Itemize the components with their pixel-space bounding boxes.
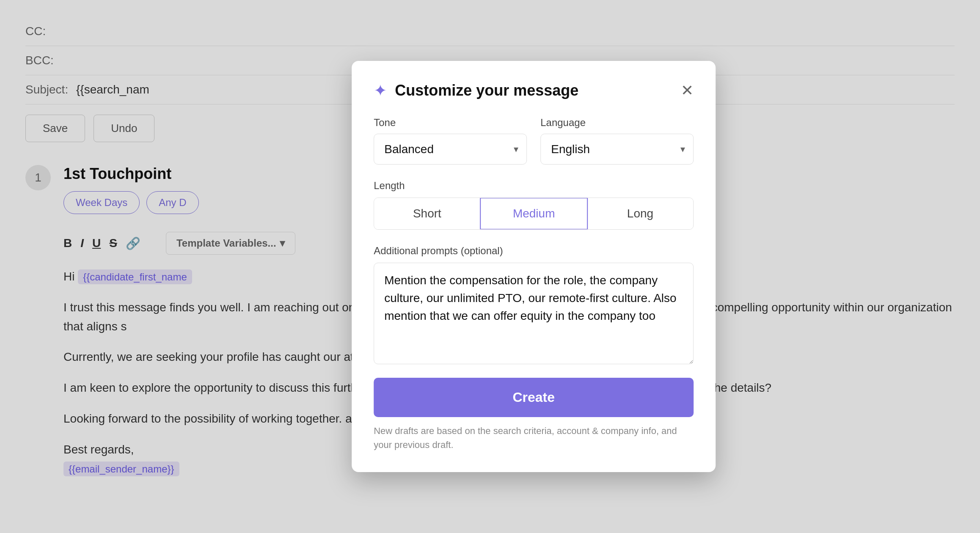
modal-title-area: ✦ Customize your message — [374, 81, 578, 100]
length-medium-button[interactable]: Medium — [480, 198, 588, 230]
tone-select-wrapper: Balanced Formal Casual Friendly — [374, 134, 527, 165]
modal-title: Customize your message — [395, 82, 578, 99]
prompts-label: Additional prompts (optional) — [374, 245, 694, 257]
length-short-button[interactable]: Short — [374, 198, 480, 229]
close-button[interactable]: ✕ — [681, 83, 694, 98]
create-button[interactable]: Create — [374, 378, 694, 417]
tone-language-row: Tone Balanced Formal Casual Friendly Lan… — [374, 117, 694, 165]
language-label: Language — [540, 117, 694, 129]
create-note: New drafts are based on the search crite… — [374, 424, 694, 452]
language-select-wrapper: English Spanish French German — [540, 134, 694, 165]
tone-label: Tone — [374, 117, 527, 129]
tone-select[interactable]: Balanced Formal Casual Friendly — [374, 134, 527, 165]
tone-group: Tone Balanced Formal Casual Friendly — [374, 117, 527, 165]
prompts-textarea[interactable]: Mention the compensation for the role, t… — [374, 263, 694, 364]
modal-header: ✦ Customize your message ✕ — [374, 81, 694, 100]
customize-message-modal: ✦ Customize your message ✕ Tone Balanced… — [352, 61, 716, 472]
sparkle-icon: ✦ — [374, 81, 387, 100]
language-group: Language English Spanish French German — [540, 117, 694, 165]
prompts-group: Additional prompts (optional) Mention th… — [374, 245, 694, 366]
length-long-button[interactable]: Long — [587, 198, 693, 229]
language-select[interactable]: English Spanish French German — [540, 134, 694, 165]
length-label: Length — [374, 180, 694, 192]
length-group: Length Short Medium Long — [374, 180, 694, 230]
length-button-group: Short Medium Long — [374, 198, 694, 230]
